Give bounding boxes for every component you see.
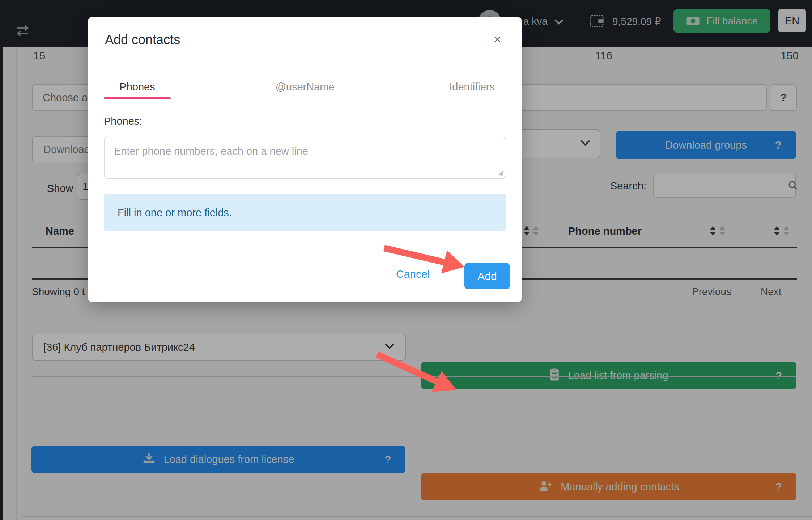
phones-textarea[interactable]: [104, 137, 506, 179]
resize-handle-icon[interactable]: [496, 168, 504, 178]
modal-header-divider: [88, 52, 522, 52]
active-tab-underline: [104, 97, 171, 99]
cancel-button[interactable]: Cancel: [396, 268, 430, 280]
tab-phones[interactable]: Phones: [104, 75, 171, 99]
add-contacts-modal: Add contacts × Phones @userName Identifi…: [88, 17, 522, 302]
info-alert-text: Fill in one or more fields.: [118, 207, 232, 219]
phones-field-label: Phones:: [104, 115, 142, 127]
tab-identifiers[interactable]: Identifiers: [269, 75, 580, 99]
modal-title: Add contacts: [105, 32, 180, 47]
info-alert: Fill in one or more fields.: [104, 194, 506, 231]
add-button[interactable]: Add: [464, 263, 510, 289]
close-icon[interactable]: ×: [494, 33, 501, 45]
